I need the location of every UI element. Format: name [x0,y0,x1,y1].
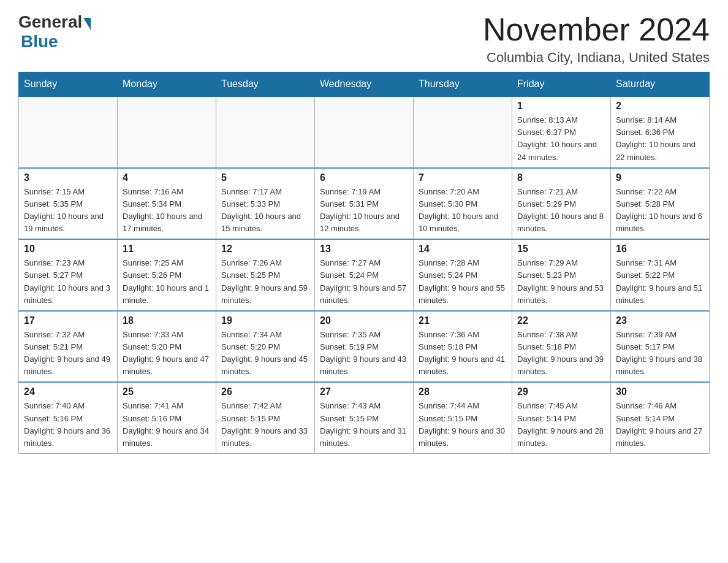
day-info: Sunrise: 7:21 AMSunset: 5:29 PMDaylight:… [517,186,605,236]
day-info: Sunrise: 7:32 AMSunset: 5:21 PMDaylight:… [24,329,112,378]
day-info: Sunrise: 7:20 AMSunset: 5:30 PMDaylight:… [419,186,507,236]
day-info: Sunrise: 7:26 AMSunset: 5:25 PMDaylight:… [221,257,309,307]
day-number: 8 [517,172,605,183]
day-number: 3 [24,172,112,183]
day-info: Sunrise: 7:25 AMSunset: 5:26 PMDaylight:… [123,257,211,307]
calendar-cell: 18Sunrise: 7:33 AMSunset: 5:20 PMDayligh… [118,311,216,383]
day-info: Sunrise: 7:29 AMSunset: 5:23 PMDaylight:… [517,257,605,307]
day-number: 28 [419,386,507,397]
day-number: 4 [123,172,211,183]
day-number: 30 [616,386,704,397]
day-number: 14 [419,243,507,255]
day-info: Sunrise: 7:39 AMSunset: 5:17 PMDaylight:… [616,329,704,378]
calendar-week-row: 10Sunrise: 7:23 AMSunset: 5:27 PMDayligh… [19,239,710,311]
day-info: Sunrise: 7:40 AMSunset: 5:16 PMDaylight:… [24,400,112,450]
calendar-cell: 17Sunrise: 7:32 AMSunset: 5:21 PMDayligh… [19,311,118,383]
logo-general-text: General [18,12,82,32]
calendar-cell: 28Sunrise: 7:44 AMSunset: 5:15 PMDayligh… [414,382,512,453]
weekday-header-thursday: Thursday [414,72,512,97]
calendar-cell: 26Sunrise: 7:42 AMSunset: 5:15 PMDayligh… [216,382,315,453]
calendar-cell: 4Sunrise: 7:16 AMSunset: 5:34 PMDaylight… [118,168,216,240]
day-number: 6 [320,172,408,183]
calendar-cell: 9Sunrise: 7:22 AMSunset: 5:28 PMDaylight… [611,168,710,240]
day-info: Sunrise: 7:28 AMSunset: 5:24 PMDaylight:… [419,257,507,307]
day-number: 5 [221,172,309,183]
calendar-cell: 3Sunrise: 7:15 AMSunset: 5:35 PMDaylight… [19,168,118,240]
calendar-cell [19,96,118,168]
calendar-cell [118,96,216,168]
calendar-cell: 10Sunrise: 7:23 AMSunset: 5:27 PMDayligh… [19,239,118,311]
page-header: General Blue November 2024 Columbia City… [18,12,710,66]
calendar-cell: 1Sunrise: 8:13 AMSunset: 6:37 PMDaylight… [512,96,611,168]
day-number: 13 [320,243,408,255]
day-number: 19 [221,315,309,326]
calendar-cell [414,96,512,168]
calendar-cell: 30Sunrise: 7:46 AMSunset: 5:14 PMDayligh… [611,382,710,453]
calendar-cell: 22Sunrise: 7:38 AMSunset: 5:18 PMDayligh… [512,311,611,383]
day-info: Sunrise: 8:14 AMSunset: 6:36 PMDaylight:… [616,114,704,164]
calendar-cell [315,96,414,168]
day-number: 18 [123,315,211,326]
day-number: 21 [419,315,507,326]
day-info: Sunrise: 7:45 AMSunset: 5:14 PMDaylight:… [517,400,605,450]
calendar-cell: 25Sunrise: 7:41 AMSunset: 5:16 PMDayligh… [118,382,216,453]
day-info: Sunrise: 7:44 AMSunset: 5:15 PMDaylight:… [419,400,507,450]
calendar-cell: 29Sunrise: 7:45 AMSunset: 5:14 PMDayligh… [512,382,611,453]
day-info: Sunrise: 8:13 AMSunset: 6:37 PMDaylight:… [517,114,605,164]
day-number: 12 [221,243,309,255]
month-title: November 2024 [483,12,710,47]
day-number: 26 [221,386,309,397]
location-text: Columbia City, Indiana, United States [483,50,710,66]
day-number: 9 [616,172,704,183]
calendar-cell: 2Sunrise: 8:14 AMSunset: 6:36 PMDaylight… [611,96,710,168]
day-number: 22 [517,315,605,326]
calendar-cell: 15Sunrise: 7:29 AMSunset: 5:23 PMDayligh… [512,239,611,311]
calendar-cell: 24Sunrise: 7:40 AMSunset: 5:16 PMDayligh… [19,382,118,453]
calendar-cell: 6Sunrise: 7:19 AMSunset: 5:31 PMDaylight… [315,168,414,240]
calendar-week-row: 17Sunrise: 7:32 AMSunset: 5:21 PMDayligh… [19,311,710,383]
calendar-cell: 11Sunrise: 7:25 AMSunset: 5:26 PMDayligh… [118,239,216,311]
calendar-cell: 27Sunrise: 7:43 AMSunset: 5:15 PMDayligh… [315,382,414,453]
day-info: Sunrise: 7:42 AMSunset: 5:15 PMDaylight:… [221,400,309,450]
weekday-header-friday: Friday [512,72,611,97]
day-info: Sunrise: 7:41 AMSunset: 5:16 PMDaylight:… [123,400,211,450]
day-number: 7 [419,172,507,183]
day-info: Sunrise: 7:38 AMSunset: 5:18 PMDaylight:… [517,329,605,378]
weekday-header-sunday: Sunday [19,72,118,97]
calendar-cell: 14Sunrise: 7:28 AMSunset: 5:24 PMDayligh… [414,239,512,311]
calendar-cell: 8Sunrise: 7:21 AMSunset: 5:29 PMDaylight… [512,168,611,240]
day-info: Sunrise: 7:36 AMSunset: 5:18 PMDaylight:… [419,329,507,378]
day-info: Sunrise: 7:23 AMSunset: 5:27 PMDaylight:… [24,257,112,307]
calendar-cell: 7Sunrise: 7:20 AMSunset: 5:30 PMDaylight… [414,168,512,240]
day-info: Sunrise: 7:46 AMSunset: 5:14 PMDaylight:… [616,400,704,450]
day-number: 20 [320,315,408,326]
logo-blue-text: Blue [21,32,58,52]
day-number: 27 [320,386,408,397]
day-info: Sunrise: 7:22 AMSunset: 5:28 PMDaylight:… [616,186,704,236]
calendar-cell [216,96,315,168]
day-number: 24 [24,386,112,397]
day-info: Sunrise: 7:17 AMSunset: 5:33 PMDaylight:… [221,186,309,236]
day-number: 16 [616,243,704,255]
calendar-cell: 5Sunrise: 7:17 AMSunset: 5:33 PMDaylight… [216,168,315,240]
calendar-cell: 19Sunrise: 7:34 AMSunset: 5:20 PMDayligh… [216,311,315,383]
calendar-cell: 13Sunrise: 7:27 AMSunset: 5:24 PMDayligh… [315,239,414,311]
day-number: 15 [517,243,605,255]
day-number: 29 [517,386,605,397]
calendar-cell: 20Sunrise: 7:35 AMSunset: 5:19 PMDayligh… [315,311,414,383]
calendar-cell: 12Sunrise: 7:26 AMSunset: 5:25 PMDayligh… [216,239,315,311]
day-info: Sunrise: 7:34 AMSunset: 5:20 PMDaylight:… [221,329,309,378]
day-info: Sunrise: 7:16 AMSunset: 5:34 PMDaylight:… [123,186,211,236]
calendar-cell: 16Sunrise: 7:31 AMSunset: 5:22 PMDayligh… [611,239,710,311]
day-number: 10 [24,243,112,255]
calendar-header-row: SundayMondayTuesdayWednesdayThursdayFrid… [19,72,710,97]
title-block: November 2024 Columbia City, Indiana, Un… [483,12,710,66]
calendar-week-row: 3Sunrise: 7:15 AMSunset: 5:35 PMDaylight… [19,168,710,240]
calendar-cell: 21Sunrise: 7:36 AMSunset: 5:18 PMDayligh… [414,311,512,383]
day-info: Sunrise: 7:19 AMSunset: 5:31 PMDaylight:… [320,186,408,236]
day-number: 2 [616,101,704,112]
day-info: Sunrise: 7:35 AMSunset: 5:19 PMDaylight:… [320,329,408,378]
calendar-week-row: 1Sunrise: 8:13 AMSunset: 6:37 PMDaylight… [19,96,710,168]
day-number: 25 [123,386,211,397]
calendar-table: SundayMondayTuesdayWednesdayThursdayFrid… [18,72,710,454]
